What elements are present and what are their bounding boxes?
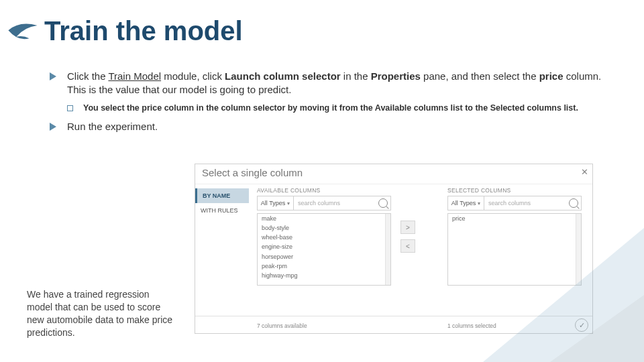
available-search-input[interactable]: search columns — [294, 196, 390, 210]
move-right-button[interactable]: > — [400, 221, 415, 234]
dialog-title: Select a single column — [202, 167, 303, 178]
tab-with-rules[interactable]: WITH RULES — [195, 203, 249, 218]
scrollbar[interactable] — [576, 214, 581, 285]
search-icon — [569, 198, 578, 208]
selected-columns-pane: SELECTED COLUMNS All Types search column… — [447, 187, 582, 286]
slide-logo-icon — [7, 17, 39, 50]
sub-bullet-price: You select the price column in the colum… — [67, 103, 617, 114]
available-listbox[interactable]: make body-style wheel-base engine-size h… — [257, 213, 391, 286]
result-caption: We have a trained regression model that … — [27, 288, 174, 339]
column-selector-dialog: Select a single column ✕ BY NAME WITH RU… — [195, 164, 593, 334]
list-item[interactable]: body-style — [258, 223, 390, 233]
list-item[interactable]: horsepower — [258, 252, 390, 261]
list-item[interactable]: peak-rpm — [258, 261, 390, 271]
tab-by-name[interactable]: BY NAME — [195, 188, 249, 203]
move-left-button[interactable]: < — [400, 239, 415, 253]
selected-type-dropdown[interactable]: All Types — [448, 196, 484, 210]
list-item[interactable]: highway-mpg — [258, 271, 390, 280]
mode-sidebar: BY NAME WITH RULES — [195, 184, 249, 218]
scrollbar[interactable] — [385, 214, 390, 285]
slide-content: Click the Train Model module, click Laun… — [50, 70, 617, 141]
list-item[interactable]: engine-size — [258, 242, 390, 251]
bullet-train-model: Click the Train Model module, click Laun… — [50, 70, 617, 113]
selected-footer: 1 columns selected — [447, 322, 496, 329]
available-label: AVAILABLE COLUMNS — [257, 187, 391, 194]
list-item[interactable]: make — [258, 214, 390, 223]
slide-title: Train the model — [44, 16, 243, 46]
available-columns-pane: AVAILABLE COLUMNS All Types search colum… — [257, 187, 391, 286]
link-train-model: Train Model — [108, 70, 161, 82]
selected-search-input[interactable]: search columns — [484, 196, 581, 210]
selected-label: SELECTED COLUMNS — [447, 187, 582, 194]
close-icon[interactable]: ✕ — [581, 167, 588, 177]
bullet-run-experiment: Run the experiment. — [50, 120, 617, 133]
available-footer: 7 columns available — [257, 322, 307, 329]
list-item[interactable]: price — [448, 214, 581, 223]
confirm-button[interactable]: ✓ — [575, 318, 588, 332]
list-item[interactable]: wheel-base — [258, 233, 390, 242]
available-type-dropdown[interactable]: All Types — [258, 196, 294, 210]
search-icon — [378, 198, 388, 208]
selected-listbox[interactable]: price — [447, 213, 582, 286]
